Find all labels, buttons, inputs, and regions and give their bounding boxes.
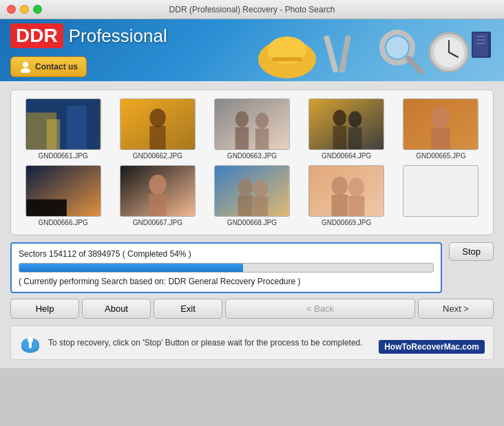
svg-rect-28: [235, 127, 249, 149]
photo-label-668: GND00668.JPG: [227, 219, 277, 226]
svg-point-47: [253, 180, 268, 197]
photo-thumb-665[interactable]: [403, 98, 479, 150]
list-item: [397, 165, 485, 226]
svg-point-8: [386, 36, 408, 58]
svg-rect-33: [333, 126, 346, 149]
svg-point-0: [23, 62, 28, 67]
photo-label-662: GND00662.JPG: [133, 152, 182, 160]
photo-label-669: GND00669.JPG: [322, 219, 371, 226]
main-content: GND00661.JPG GND00662.JPG GND00663.JPG G…: [0, 81, 504, 368]
photo-thumb-663[interactable]: [214, 98, 290, 150]
status-line2: ( Currently performing Search based on: …: [19, 277, 434, 286]
contact-button-label: Contact us: [35, 62, 78, 72]
svg-point-34: [348, 111, 361, 127]
svg-rect-6: [339, 34, 350, 73]
svg-point-29: [255, 112, 269, 128]
svg-rect-30: [255, 129, 269, 149]
header-tools: [242, 19, 504, 81]
svg-point-52: [348, 178, 364, 197]
svg-point-37: [432, 107, 450, 129]
about-button[interactable]: About: [82, 299, 151, 319]
info-icon: [19, 332, 41, 354]
help-button[interactable]: Help: [10, 299, 79, 319]
watermark: HowToRecoverMac.com: [379, 340, 485, 354]
next-button[interactable]: Next >: [418, 299, 494, 319]
svg-rect-43: [149, 194, 166, 216]
svg-rect-22: [46, 119, 59, 149]
list-item: GND00669.JPG: [303, 165, 390, 226]
photo-thumb-667[interactable]: [120, 165, 196, 217]
maximize-button[interactable]: [33, 5, 42, 14]
svg-point-45: [238, 178, 253, 195]
minimize-button[interactable]: [20, 5, 29, 14]
photo-thumb-669[interactable]: [308, 165, 384, 217]
photo-thumb-664[interactable]: [308, 98, 384, 150]
svg-point-32: [333, 110, 346, 126]
photo-thumb-668[interactable]: [214, 165, 290, 217]
window-title: DDR (Professional) Recovery - Photo Sear…: [169, 5, 335, 14]
progress-bar-fill: [19, 264, 243, 272]
svg-rect-5: [324, 34, 339, 72]
list-item: GND00668.JPG: [208, 165, 295, 226]
list-item: GND00664.JPG: [303, 98, 390, 160]
svg-rect-26: [215, 99, 288, 149]
svg-rect-48: [253, 197, 268, 216]
svg-point-1: [21, 68, 30, 73]
photo-grid-container: GND00661.JPG GND00662.JPG GND00663.JPG G…: [10, 89, 494, 235]
traffic-lights: [7, 5, 42, 14]
status-area: Sectors 154112 of 3894975 ( Completed 54…: [10, 242, 442, 299]
list-item: GND00661.JPG: [19, 98, 107, 160]
photo-grid-row1: GND00661.JPG GND00662.JPG GND00663.JPG G…: [19, 98, 485, 160]
person-icon: [19, 61, 32, 73]
photo-thumb-662[interactable]: [120, 98, 196, 150]
close-button[interactable]: [7, 5, 16, 14]
photo-thumb-empty: [403, 165, 479, 217]
info-message: To stop recovery, click on 'Stop' Button…: [48, 338, 363, 348]
photo-label-665: GND00665.JPG: [416, 152, 465, 160]
tools-illustration: [246, 21, 494, 80]
svg-rect-51: [332, 195, 348, 216]
back-button[interactable]: < Back: [225, 299, 415, 319]
status-row: Sectors 154112 of 3894975 ( Completed 54…: [10, 242, 494, 299]
photo-label-661: GND00661.JPG: [38, 152, 87, 160]
app-header: DDR Professional Contact us: [0, 19, 504, 81]
photo-label-664: GND00664.JPG: [322, 152, 371, 160]
svg-rect-46: [238, 195, 253, 216]
svg-rect-53: [348, 196, 364, 216]
svg-rect-21: [66, 106, 86, 149]
photo-label-667: GND00667.JPG: [133, 219, 182, 226]
svg-rect-25: [149, 126, 165, 149]
list-item: GND00665.JPG: [397, 98, 485, 160]
svg-point-27: [235, 111, 249, 127]
list-item: GND00666.JPG: [19, 165, 107, 226]
list-item: GND00667.JPG: [114, 165, 201, 226]
svg-point-42: [149, 175, 166, 195]
photo-grid-row2: GND00666.JPG GND00667.JPG GND00668.JPG G…: [19, 165, 485, 226]
svg-point-50: [332, 177, 348, 195]
exit-button[interactable]: Exit: [154, 299, 222, 319]
stop-button[interactable]: Stop: [449, 242, 494, 261]
photo-thumb-661[interactable]: [25, 98, 101, 150]
status-line1: Sectors 154112 of 3894975 ( Completed 54…: [19, 249, 434, 259]
info-bar: To stop recovery, click on 'Stop' Button…: [10, 326, 494, 360]
progress-bar-container: [19, 263, 434, 273]
contact-button[interactable]: Contact us: [10, 56, 87, 77]
header-logo: DDR Professional: [10, 23, 167, 48]
list-item: GND00662.JPG: [114, 98, 201, 160]
svg-rect-35: [348, 127, 361, 149]
professional-label: Professional: [69, 25, 167, 47]
status-box: Sectors 154112 of 3894975 ( Completed 54…: [10, 242, 442, 293]
svg-rect-4: [272, 57, 302, 61]
ddr-logo: DDR: [10, 23, 63, 48]
title-bar: DDR (Professional) Recovery - Photo Sear…: [0, 0, 504, 19]
logo-section: DDR Professional Contact us: [10, 23, 167, 77]
svg-rect-38: [432, 128, 450, 149]
list-item: GND00663.JPG: [208, 98, 295, 160]
svg-point-24: [149, 109, 165, 127]
nav-buttons: Help About Exit < Back Next >: [10, 299, 494, 319]
photo-label-666: GND00666.JPG: [38, 219, 87, 226]
svg-rect-40: [26, 200, 66, 216]
photo-thumb-666[interactable]: [25, 165, 101, 217]
svg-line-9: [408, 58, 421, 72]
photo-label-663: GND00663.JPG: [227, 152, 277, 160]
